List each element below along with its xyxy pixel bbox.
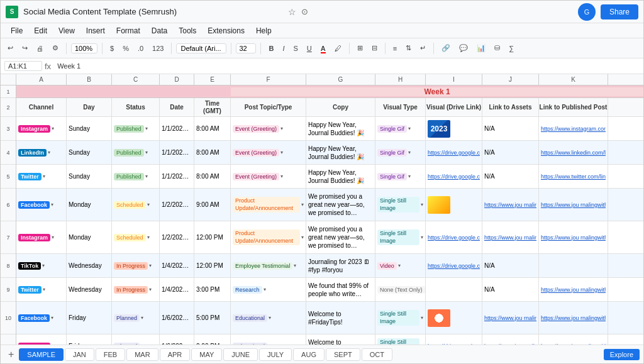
published-link[interactable]: https://www.twitter.com/linktop: [541, 174, 606, 180]
day-cell[interactable]: Monday: [67, 221, 112, 253]
post-type-cell[interactable]: Product Update/Announcement▾: [231, 221, 306, 253]
text-color-button[interactable]: A: [318, 43, 329, 53]
channel-cell[interactable]: Twitter▾: [16, 165, 67, 188]
copy-cell[interactable]: We promised you a great new year—so, we …: [306, 189, 375, 221]
day-cell[interactable]: Friday: [67, 302, 112, 334]
status-dropdown[interactable]: ▾: [149, 263, 152, 268]
post-type-dropdown[interactable]: ▾: [294, 263, 296, 268]
row-num-10[interactable]: 10: [1, 302, 16, 334]
bold-button[interactable]: B: [265, 43, 277, 53]
channel-dropdown[interactable]: ▾: [51, 315, 53, 321]
channel-dropdown[interactable]: ▾: [42, 263, 45, 268]
status-cell[interactable]: In Progress▾: [112, 254, 160, 277]
status-dropdown[interactable]: ▾: [145, 174, 148, 179]
copy-cell[interactable]: Welcome to #FridayTips!: [306, 334, 375, 345]
visual-type-cell[interactable]: Single Gif▾: [375, 141, 426, 164]
status-cell[interactable]: Published▾: [112, 165, 160, 188]
time-cell[interactable]: 9:00 AM: [194, 189, 231, 221]
channel-cell[interactable]: TikTok▾: [16, 254, 67, 277]
assets-link[interactable]: https://www.jou rnalingwithfrien: [484, 202, 536, 208]
tab-oct[interactable]: OCT: [362, 348, 392, 361]
zoom-input[interactable]: [71, 43, 97, 53]
visual-type-cell[interactable]: Single Gif▾: [375, 165, 426, 188]
status-dropdown[interactable]: ▾: [147, 202, 150, 207]
status-cell[interactable]: In Progress▾: [112, 278, 160, 301]
valign-button[interactable]: ⇅: [402, 43, 414, 53]
percent-button[interactable]: %: [119, 43, 132, 53]
status-cell[interactable]: Published▾: [112, 117, 160, 140]
function-button[interactable]: ∑: [506, 43, 517, 53]
assets-cell[interactable]: N/A: [482, 254, 539, 277]
chart-button[interactable]: 📊: [474, 43, 489, 53]
time-cell[interactable]: 8:00 AM: [194, 141, 231, 164]
row-num-6[interactable]: 6: [1, 189, 16, 221]
filter-button[interactable]: ⛁: [491, 43, 503, 53]
post-type-dropdown[interactable]: ▾: [280, 126, 283, 131]
menu-data[interactable]: Data: [147, 25, 172, 36]
tab-july[interactable]: JULY: [259, 348, 292, 361]
menu-tools[interactable]: Tools: [174, 25, 201, 36]
channel-dropdown[interactable]: ▾: [52, 126, 54, 131]
visual-type-cell[interactable]: Single Still Image▾: [375, 302, 426, 334]
tab-jan[interactable]: JAN: [65, 348, 94, 361]
visual-type-cell[interactable]: Single Still Image▾: [375, 221, 426, 253]
copy-cell[interactable]: We promised you a great new year—so, we …: [306, 221, 375, 253]
visual-link-cell[interactable]: https://drive.google.c: [426, 165, 482, 188]
assets-cell[interactable]: https://www.jou rnalingwithfrien: [482, 334, 539, 345]
borders-button[interactable]: ⊞: [354, 43, 366, 53]
cell-reference[interactable]: [4, 61, 42, 71]
post-type-cell[interactable]: Event (Greeting)▾: [231, 117, 306, 140]
date-cell[interactable]: 1/2/202…: [160, 189, 194, 221]
published-cell[interactable]: https://www.jou rnalingwithfrien: [539, 302, 608, 334]
highlight-button[interactable]: 🖊: [331, 43, 345, 53]
post-type-dropdown[interactable]: ▾: [264, 287, 266, 292]
copy-cell[interactable]: Happy New Year, Journal Buddies! 🎉: [306, 141, 375, 164]
col-header-j[interactable]: J: [482, 74, 539, 85]
drive-link[interactable]: https://drive.google.c: [428, 150, 480, 156]
col-header-e[interactable]: E: [194, 74, 231, 85]
date-cell[interactable]: 1/2/202…: [160, 221, 194, 253]
undo-button[interactable]: ↩: [4, 43, 16, 53]
visual-type-cell[interactable]: Single Still Image▾: [375, 189, 426, 221]
day-cell[interactable]: Sunday: [67, 117, 112, 140]
day-cell[interactable]: Monday: [67, 189, 112, 221]
channel-dropdown[interactable]: ▾: [43, 174, 45, 179]
comment-button[interactable]: 💬: [456, 43, 471, 53]
published-cell[interactable]: https://www.linkedin.com/linkt: [539, 141, 608, 164]
post-type-cell[interactable]: Product Update/Announcement▾: [231, 189, 306, 221]
published-link[interactable]: https://www.instagram.com/lin: [541, 126, 606, 132]
day-cell[interactable]: Sunday: [67, 165, 112, 188]
tab-apr[interactable]: APR: [160, 348, 191, 361]
menu-view[interactable]: View: [53, 25, 80, 36]
tab-june[interactable]: JUNE: [223, 348, 258, 361]
time-cell[interactable]: 5:00 PM: [194, 302, 231, 334]
time-cell[interactable]: 2:00 PM: [194, 334, 231, 345]
visual-link-cell[interactable]: https://drive.google.c: [426, 221, 482, 253]
visual-dropdown[interactable]: ▾: [408, 150, 411, 155]
visual-link-cell[interactable]: 2023: [426, 117, 482, 140]
day-cell[interactable]: Friday: [67, 334, 112, 345]
visual-link-cell[interactable]: https://drive.google.c: [426, 141, 482, 164]
col-header-k[interactable]: K: [539, 74, 608, 85]
row-num-5[interactable]: 5: [1, 165, 16, 189]
tab-mar[interactable]: MAR: [126, 348, 158, 361]
channel-cell[interactable]: Facebook▾: [16, 302, 67, 334]
visual-dropdown[interactable]: ▾: [421, 315, 423, 321]
published-link[interactable]: https://www.linkedin.com/linkt: [541, 150, 606, 156]
channel-cell[interactable]: Facebook▾: [16, 189, 67, 221]
tab-may[interactable]: MAY: [191, 348, 222, 361]
published-cell[interactable]: https://www.jou rnalingwithfrien: [539, 334, 608, 345]
link-button[interactable]: 🔗: [438, 43, 453, 53]
post-type-cell[interactable]: Employee Testimonial▾: [231, 254, 306, 277]
col-header-f[interactable]: F: [231, 74, 306, 85]
channel-dropdown[interactable]: ▾: [48, 150, 50, 155]
date-cell[interactable]: 1/1/202…: [160, 117, 194, 140]
post-type-dropdown[interactable]: ▾: [301, 202, 304, 207]
status-dropdown[interactable]: ▾: [145, 150, 148, 155]
assets-cell[interactable]: N/A: [482, 278, 539, 301]
channel-dropdown[interactable]: ▾: [43, 287, 45, 292]
channel-cell[interactable]: Instagram▾: [16, 221, 67, 253]
format-num-button[interactable]: 123: [149, 43, 167, 53]
italic-button[interactable]: I: [279, 43, 287, 53]
channel-cell[interactable]: Instagram▾: [16, 334, 67, 345]
